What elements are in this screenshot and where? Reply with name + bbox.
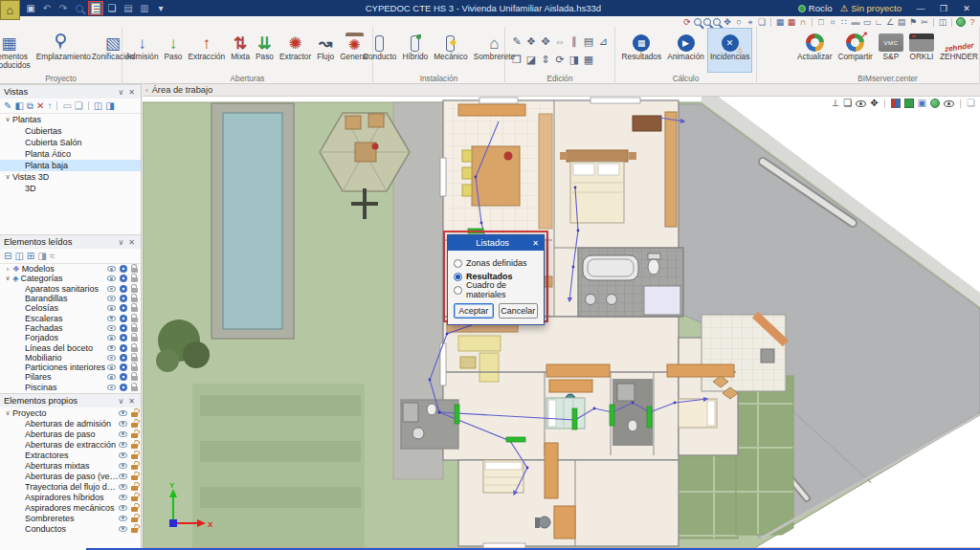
unlock-icon[interactable] bbox=[131, 454, 138, 459]
eye-icon[interactable] bbox=[119, 431, 127, 437]
unlock-icon[interactable] bbox=[131, 528, 138, 533]
tree-item-planta-ático[interactable]: Planta Ático bbox=[0, 148, 141, 160]
cancelar-button[interactable]: Cancelar bbox=[499, 303, 539, 319]
tree-item-aspiradores-mecánicos[interactable]: Aspiradores mecánicos bbox=[0, 502, 141, 513]
magnet-icon[interactable]: ∩ bbox=[798, 18, 808, 27]
lock-icon[interactable] bbox=[131, 357, 138, 362]
lock-icon[interactable] bbox=[131, 288, 138, 293]
hibrido-button[interactable]: Híbrido bbox=[399, 28, 431, 73]
copy-icon[interactable]: ❐ bbox=[512, 55, 522, 65]
floor-plan[interactable] bbox=[143, 97, 980, 550]
eye-icon[interactable] bbox=[107, 325, 116, 331]
close-panel-icon[interactable]: ✕ bbox=[126, 397, 137, 406]
tree-item-proyecto[interactable]: ∨Proyecto bbox=[0, 407, 141, 418]
radio-icon[interactable] bbox=[454, 286, 462, 295]
edit-pencil-icon[interactable]: ✎ bbox=[512, 36, 521, 47]
paso-button[interactable]: ↓Paso bbox=[162, 28, 186, 73]
columns-icon[interactable]: ◫ bbox=[938, 18, 947, 27]
collapse-panel-icon[interactable]: ∨ bbox=[116, 397, 126, 406]
eye-icon[interactable] bbox=[107, 335, 116, 341]
gear-icon[interactable] bbox=[120, 373, 127, 381]
tree-item-cubiertas[interactable]: Cubiertas bbox=[0, 125, 141, 137]
align-icon[interactable]: ∥ bbox=[571, 36, 577, 47]
tree-item-pilares[interactable]: Pilares bbox=[0, 372, 141, 382]
window-view-icon[interactable]: ▣ bbox=[918, 99, 926, 108]
tree-item-celosías[interactable]: Celosías bbox=[0, 303, 141, 313]
user-account[interactable]: Rocío bbox=[798, 3, 833, 13]
reports-button[interactable] bbox=[88, 1, 103, 15]
tree-item-cubierta-salón[interactable]: Cubierta Salón bbox=[0, 137, 141, 148]
actualizar-button[interactable]: Actualizar bbox=[794, 28, 835, 73]
tree-item-líneas-del-boceto[interactable]: Líneas del boceto bbox=[0, 342, 141, 352]
elementos-introducidos-button[interactable]: ▦Elementos introducidos bbox=[0, 28, 33, 73]
radio-icon[interactable] bbox=[454, 273, 462, 281]
conducto-button[interactable]: Conducto bbox=[360, 28, 400, 73]
config-button-2[interactable]: ▥ bbox=[137, 1, 152, 15]
columns-icon[interactable]: ◫ bbox=[14, 252, 23, 261]
close-panel-icon[interactable]: ✕ bbox=[126, 238, 137, 247]
lock-icon[interactable] bbox=[131, 347, 138, 352]
tree-item-aberturas-de-extracción[interactable]: Aberturas de extracción bbox=[0, 439, 141, 450]
eye-icon[interactable] bbox=[107, 275, 116, 281]
tree-item-barandillas[interactable]: Barandillas bbox=[0, 294, 141, 303]
layers-icon[interactable]: ❖ bbox=[526, 36, 536, 47]
move-icon[interactable]: ✥ bbox=[541, 36, 549, 47]
config-button-1[interactable]: ▤ bbox=[121, 1, 136, 15]
save-button[interactable]: ▣ bbox=[23, 1, 38, 15]
ortho-icon[interactable]: ∟ bbox=[874, 18, 883, 27]
eye-icon[interactable] bbox=[119, 526, 127, 532]
minimize-button[interactable]: — bbox=[909, 1, 932, 15]
orkli-button[interactable]: ORKLI bbox=[906, 28, 937, 73]
buttons-icon[interactable]: ▬ bbox=[851, 18, 860, 27]
resultados-button[interactable]: ▦Resultados bbox=[619, 28, 665, 73]
expander-icon[interactable]: ∨ bbox=[3, 173, 12, 181]
grid-icon[interactable]: ⌗ bbox=[828, 18, 837, 27]
tree-item-aberturas-mixtas[interactable]: Aberturas mixtas bbox=[0, 460, 141, 471]
unlock-icon[interactable] bbox=[131, 412, 138, 417]
tree-item-extractores[interactable]: Extractores bbox=[0, 450, 141, 460]
incidencias-button[interactable]: ✕Incidencias bbox=[707, 28, 753, 73]
tree-item-plantas[interactable]: ∨Plantas bbox=[0, 114, 141, 125]
eye-icon[interactable] bbox=[119, 495, 127, 500]
lock-icon[interactable] bbox=[131, 386, 138, 391]
unlock-icon[interactable] bbox=[131, 486, 138, 491]
eye-icon[interactable] bbox=[107, 345, 116, 351]
convert-icon[interactable]: ▦ bbox=[584, 55, 593, 65]
tree-item-piscinas[interactable]: Piscinas bbox=[0, 383, 141, 392]
zoom-all-icon[interactable] bbox=[703, 18, 711, 26]
eye-icon[interactable] bbox=[107, 374, 116, 380]
tree-item-vistas-3d[interactable]: ∨Vistas 3D bbox=[0, 171, 141, 183]
globe-icon[interactable] bbox=[956, 17, 966, 27]
gear-icon[interactable] bbox=[120, 344, 127, 352]
collapse-panel-icon[interactable]: ∨ bbox=[116, 238, 126, 247]
lock-icon[interactable] bbox=[131, 268, 138, 273]
radio-zonas-definidas[interactable]: Zonas definidas bbox=[454, 256, 538, 270]
flujo-button[interactable]: ↝Flujo bbox=[314, 28, 337, 73]
close-panel-icon[interactable]: ✕ bbox=[126, 88, 137, 97]
redo-button[interactable]: ↷ bbox=[56, 1, 71, 15]
delete-view-icon[interactable]: ✕ bbox=[36, 101, 44, 111]
tree-item-aspiradores-híbridos[interactable]: Aspiradores híbridos bbox=[0, 492, 141, 502]
rectangle-icon[interactable]: □ bbox=[816, 18, 826, 27]
tree-item-aparatos-sanitarios[interactable]: Aparatos sanitarios bbox=[0, 284, 141, 294]
gear-icon[interactable] bbox=[120, 265, 127, 273]
unlock-icon[interactable] bbox=[131, 433, 138, 438]
stretch-icon[interactable]: ⇔ bbox=[555, 36, 566, 47]
lock-icon[interactable] bbox=[131, 327, 138, 332]
trim-icon[interactable]: ◨ bbox=[569, 55, 579, 65]
project-warning-badge[interactable]: ⚠ Sin proyecto bbox=[840, 3, 902, 13]
eye-icon[interactable] bbox=[119, 505, 127, 511]
mixta-button[interactable]: ⇅Mixta bbox=[228, 28, 253, 73]
eye-icon[interactable] bbox=[119, 421, 127, 427]
tree-item-aberturas-de-paso-ventilación-[interactable]: Aberturas de paso (ventilación ... bbox=[0, 471, 141, 481]
zoom-previous-icon[interactable] bbox=[713, 18, 721, 26]
tree-item-particiones-interiores[interactable]: Particiones interiores bbox=[0, 363, 141, 372]
unlock-icon[interactable] bbox=[131, 465, 138, 470]
close-button[interactable]: ✕ bbox=[955, 1, 978, 15]
listados-dialog[interactable]: Listados ✕ Zonas definidasResultadosCuad… bbox=[447, 234, 545, 325]
gear-icon[interactable] bbox=[120, 315, 127, 322]
gear-icon[interactable] bbox=[120, 295, 127, 302]
split-view-icon[interactable] bbox=[891, 99, 901, 108]
angle-icon[interactable]: ∠ bbox=[885, 18, 895, 27]
unlock-icon[interactable] bbox=[131, 517, 138, 522]
